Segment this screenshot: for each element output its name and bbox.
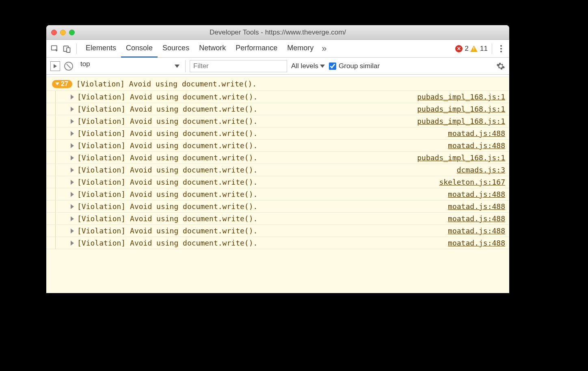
- error-icon: ✕: [455, 45, 463, 52]
- expand-icon[interactable]: [71, 180, 74, 185]
- error-count-badge[interactable]: ✕ 2: [455, 45, 469, 53]
- window-title: Developer Tools - https://www.theverge.c…: [46, 28, 509, 37]
- console-message-row[interactable]: [Violation] Avoid using document.write()…: [46, 225, 509, 237]
- expand-icon[interactable]: [71, 95, 74, 99]
- svg-rect-2: [67, 47, 70, 52]
- levels-label: All levels: [291, 62, 318, 70]
- expand-icon[interactable]: [71, 192, 74, 197]
- group-similar-checkbox[interactable]: [329, 63, 336, 70]
- expand-icon[interactable]: [71, 119, 74, 124]
- execution-context-selector[interactable]: top: [77, 60, 186, 72]
- message-text: [Violation] Avoid using document.write()…: [77, 129, 257, 138]
- tab-elements[interactable]: Elements: [81, 40, 121, 57]
- console-settings-button[interactable]: [496, 62, 505, 71]
- expand-icon[interactable]: [71, 168, 74, 173]
- device-toolbar-icon[interactable]: [62, 43, 72, 54]
- console-message-row[interactable]: [Violation] Avoid using document.write()…: [46, 164, 509, 176]
- source-link[interactable]: moatad.js:488: [448, 141, 505, 150]
- console-output: 27 [Violation] Avoid using document.writ…: [46, 75, 509, 293]
- svg-rect-0: [52, 45, 57, 50]
- source-link[interactable]: skeleton.js:167: [439, 178, 505, 186]
- message-text: [Violation] Avoid using document.write()…: [77, 166, 257, 174]
- expand-icon[interactable]: [71, 155, 74, 160]
- more-tabs-button[interactable]: »: [320, 43, 328, 54]
- console-toolbar: top All levels Group similar: [46, 58, 509, 75]
- message-text: [Violation] Avoid using document.write()…: [77, 117, 257, 125]
- chevron-down-icon: [320, 65, 325, 68]
- group-similar-toggle[interactable]: Group similar: [329, 62, 380, 70]
- message-text: [Violation] Avoid using document.write()…: [77, 178, 257, 186]
- clear-console-button[interactable]: [64, 62, 73, 71]
- source-link[interactable]: pubads_impl_168.js:1: [417, 153, 505, 162]
- tab-console[interactable]: Console: [121, 40, 158, 58]
- expand-icon[interactable]: [71, 131, 74, 136]
- console-message-row[interactable]: [Violation] Avoid using document.write()…: [46, 176, 509, 188]
- tab-memory[interactable]: Memory: [282, 40, 318, 57]
- console-message-row[interactable]: [Violation] Avoid using document.write()…: [46, 152, 509, 164]
- console-message-row[interactable]: [Violation] Avoid using document.write()…: [46, 91, 509, 103]
- source-link[interactable]: pubads_impl_168.js:1: [417, 117, 505, 125]
- zoom-window-button[interactable]: [69, 30, 75, 35]
- chevron-down-icon: [175, 65, 179, 68]
- group-count-badge: 27: [52, 80, 72, 88]
- console-message-row[interactable]: [Violation] Avoid using document.write()…: [46, 188, 509, 201]
- message-text: [Violation] Avoid using document.write()…: [77, 202, 257, 211]
- devtools-window: Developer Tools - https://www.theverge.c…: [46, 25, 509, 293]
- console-message-row[interactable]: [Violation] Avoid using document.write()…: [46, 103, 509, 115]
- titlebar: Developer Tools - https://www.theverge.c…: [46, 25, 509, 40]
- minimize-window-button[interactable]: [60, 30, 66, 35]
- source-link[interactable]: dcmads.js:3: [457, 166, 505, 174]
- log-levels-selector[interactable]: All levels: [291, 62, 325, 70]
- divider: [492, 43, 492, 54]
- filter-input[interactable]: [190, 60, 287, 72]
- group-similar-label: Group similar: [339, 62, 380, 70]
- toggle-sidebar-button[interactable]: [50, 61, 60, 71]
- message-text: [Violation] Avoid using document.write()…: [77, 105, 257, 113]
- console-message-row[interactable]: [Violation] Avoid using document.write()…: [46, 213, 509, 225]
- source-link[interactable]: moatad.js:488: [448, 214, 505, 223]
- message-text: [Violation] Avoid using document.write()…: [77, 141, 257, 150]
- divider: [76, 43, 77, 54]
- context-value: top: [77, 60, 183, 72]
- tab-network[interactable]: Network: [194, 40, 231, 57]
- expand-icon[interactable]: [71, 241, 74, 246]
- chevron-down-icon: [55, 82, 59, 85]
- source-link[interactable]: pubads_impl_168.js:1: [417, 105, 505, 113]
- error-count: 2: [465, 45, 469, 53]
- warning-count: 11: [480, 45, 488, 53]
- tab-performance[interactable]: Performance: [231, 40, 282, 57]
- message-text: [Violation] Avoid using document.write()…: [77, 190, 257, 198]
- source-link[interactable]: moatad.js:488: [448, 190, 505, 198]
- console-message-row[interactable]: [Violation] Avoid using document.write()…: [46, 115, 509, 127]
- expand-icon[interactable]: [71, 204, 74, 209]
- inspect-element-icon[interactable]: [50, 43, 60, 54]
- console-message-row[interactable]: [Violation] Avoid using document.write()…: [46, 237, 509, 249]
- tab-sources[interactable]: Sources: [158, 40, 194, 57]
- message-text: [Violation] Avoid using document.write()…: [77, 214, 257, 223]
- console-message-row[interactable]: [Violation] Avoid using document.write()…: [46, 201, 509, 213]
- expand-icon[interactable]: [71, 107, 74, 112]
- message-text: [Violation] Avoid using document.write()…: [77, 93, 257, 101]
- traffic-lights: [51, 30, 75, 35]
- message-group-header[interactable]: 27 [Violation] Avoid using document.writ…: [46, 77, 509, 91]
- console-message-row[interactable]: [Violation] Avoid using document.write()…: [46, 140, 509, 152]
- group-message: [Violation] Avoid using document.write()…: [76, 80, 257, 88]
- expand-icon[interactable]: [71, 143, 74, 148]
- source-link[interactable]: pubads_impl_168.js:1: [417, 93, 505, 101]
- expand-icon[interactable]: [71, 229, 74, 233]
- message-text: [Violation] Avoid using document.write()…: [77, 239, 257, 247]
- source-link[interactable]: moatad.js:488: [448, 202, 505, 211]
- close-window-button[interactable]: [51, 30, 57, 35]
- source-link[interactable]: moatad.js:488: [448, 226, 505, 235]
- warning-count-badge[interactable]: 11: [470, 45, 488, 53]
- expand-icon[interactable]: [71, 216, 74, 221]
- warning-icon: [470, 45, 478, 52]
- message-text: [Violation] Avoid using document.write()…: [77, 226, 257, 235]
- console-message-row[interactable]: [Violation] Avoid using document.write()…: [46, 127, 509, 140]
- tab-bar: ElementsConsoleSourcesNetworkPerformance…: [46, 40, 509, 58]
- message-text: [Violation] Avoid using document.write()…: [77, 153, 257, 162]
- source-link[interactable]: moatad.js:488: [448, 239, 505, 247]
- source-link[interactable]: moatad.js:488: [448, 129, 505, 138]
- group-count: 27: [61, 80, 68, 88]
- devtools-menu-button[interactable]: [496, 45, 506, 52]
